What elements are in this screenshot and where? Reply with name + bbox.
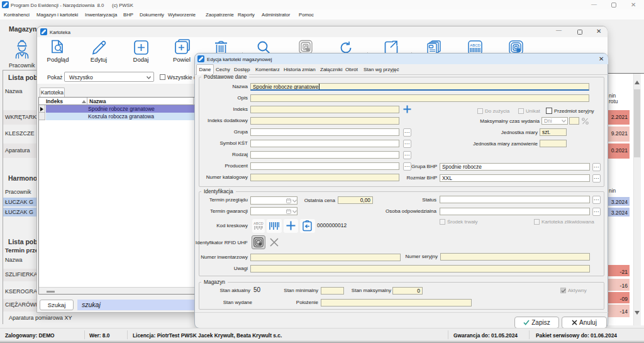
- svg-text:ABCD: ABCD: [253, 222, 263, 225]
- svg-text:ABCD: ABCD: [470, 43, 480, 47]
